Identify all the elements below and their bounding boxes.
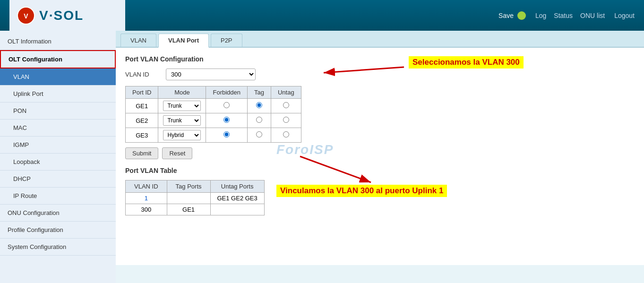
save-area: Save: [498, 11, 526, 20]
header-right: Save Log Status ONU list Logout: [498, 11, 635, 20]
forbidden-radio-ge2[interactable]: [223, 117, 230, 123]
mode-ge1[interactable]: Trunk Hybrid Access: [158, 99, 206, 113]
vlan-table-row: 300 GE1: [126, 204, 265, 215]
tag-ge1[interactable]: [248, 99, 271, 113]
forbidden-ge1[interactable]: [206, 99, 248, 113]
table-row: GE2 Trunk Hybrid Access: [126, 113, 301, 128]
sidebar: OLT Information OLT Configuration VLAN U…: [0, 31, 116, 283]
vlan-table-vlan-id-300: 300: [126, 204, 167, 215]
save-button[interactable]: Save: [498, 12, 514, 19]
tag-ge2[interactable]: [248, 113, 271, 128]
forbidden-radio-ge1[interactable]: [223, 102, 230, 108]
table-row: GE3 Trunk Hybrid Access: [126, 128, 301, 143]
untag-ge3[interactable]: [271, 128, 301, 143]
sidebar-item-onu-configuration[interactable]: ONU Configuration: [0, 205, 116, 222]
status-link[interactable]: Status: [554, 12, 573, 19]
sidebar-item-mac[interactable]: MAC: [0, 120, 116, 137]
vlan-table-untag-ports-1: GE1 GE2 GE3: [210, 193, 264, 204]
sidebar-item-uplink-port[interactable]: Uplink Port: [0, 86, 116, 103]
section-title-port-vlan-table: Port VLAN Table: [125, 167, 635, 174]
forbidden-ge2[interactable]: [206, 113, 248, 128]
content-body: Seleccionamos la VLAN 300 Port VLAN Conf…: [116, 48, 644, 265]
vlan-table-col-untag-ports: Untag Ports: [210, 180, 264, 193]
col-header-tag: Tag: [248, 86, 271, 99]
submit-button[interactable]: Submit: [125, 147, 158, 159]
vlan-table-tag-ports-300: GE1: [167, 204, 210, 215]
content: VLAN VLAN Port P2P Seleccionamos la VLAN…: [116, 31, 644, 283]
vlan-table-tag-ports-1: [167, 193, 210, 204]
sidebar-item-dhcp[interactable]: DHCP: [0, 171, 116, 188]
mode-ge3[interactable]: Trunk Hybrid Access: [158, 128, 206, 143]
vsol-logo-icon: V: [17, 6, 35, 25]
svg-text:V: V: [24, 12, 28, 20]
untag-ge2[interactable]: [271, 113, 301, 128]
vlan-table-untag-ports-300: [210, 204, 264, 215]
col-header-forbidden: Forbidden: [206, 86, 248, 99]
mode-ge2[interactable]: Trunk Hybrid Access: [158, 113, 206, 128]
vlan-id-select[interactable]: 300 1: [166, 69, 256, 80]
status-indicator: [517, 11, 526, 20]
tab-bar: VLAN VLAN Port P2P: [116, 31, 644, 48]
vlan-table: VLAN ID Tag Ports Untag Ports 1 GE1 GE2 …: [125, 180, 265, 215]
mode-select-ge1[interactable]: Trunk Hybrid Access: [163, 101, 201, 111]
button-row: Submit Reset: [125, 147, 635, 159]
tag-radio-ge2[interactable]: [256, 117, 262, 123]
table-row: GE1 Trunk Hybrid Access: [126, 99, 301, 113]
sidebar-item-olt-information[interactable]: OLT Information: [0, 33, 116, 50]
untag-ge1[interactable]: [271, 99, 301, 113]
port-id-ge1: GE1: [126, 99, 158, 113]
main-layout: OLT Information OLT Configuration VLAN U…: [0, 31, 644, 283]
port-id-ge2: GE2: [126, 113, 158, 128]
onu-list-link[interactable]: ONU list: [580, 12, 605, 19]
sidebar-item-ip-route[interactable]: IP Route: [0, 188, 116, 205]
reset-button[interactable]: Reset: [162, 147, 192, 159]
vlan-table-vlan-id-1: 1: [126, 193, 167, 204]
logo-area: V V·SOL: [9, 0, 125, 31]
tag-radio-ge1[interactable]: [256, 102, 262, 108]
port-vlan-table-section: Port VLAN Table VLAN ID Tag Ports Untag …: [125, 167, 635, 215]
vlan-id-label: VLAN ID: [125, 71, 158, 78]
vlan-table-col-tag-ports: Tag Ports: [167, 180, 210, 193]
col-header-untag: Untag: [271, 86, 301, 99]
header: V V·SOL Save Log Status ONU list Logout: [0, 0, 644, 31]
header-links: Log Status ONU list: [535, 12, 605, 19]
untag-radio-ge1[interactable]: [283, 102, 289, 108]
sidebar-item-pon[interactable]: PON: [0, 103, 116, 120]
section-title-port-vlan: Port VLAN Configuration: [125, 55, 635, 63]
forbidden-radio-ge3[interactable]: [223, 131, 230, 137]
col-header-mode: Mode: [158, 86, 206, 99]
tab-vlan-port[interactable]: VLAN Port: [158, 34, 209, 48]
sidebar-item-igmp[interactable]: IGMP: [0, 137, 116, 154]
forbidden-ge3[interactable]: [206, 128, 248, 143]
sidebar-item-profile-configuration[interactable]: Profile Configuration: [0, 222, 116, 239]
sidebar-item-loopback[interactable]: Loopback: [0, 154, 116, 171]
sidebar-item-system-configuration[interactable]: System Configuration: [0, 239, 116, 256]
col-header-port-id: Port ID: [126, 86, 158, 99]
tab-p2p[interactable]: P2P: [211, 34, 242, 47]
logout-button[interactable]: Logout: [614, 12, 635, 19]
mode-select-ge3[interactable]: Trunk Hybrid Access: [163, 130, 201, 140]
untag-radio-ge2[interactable]: [283, 117, 289, 123]
sidebar-item-vlan[interactable]: VLAN: [0, 69, 116, 86]
vlan-table-col-vlan-id: VLAN ID: [126, 180, 167, 193]
tag-ge3[interactable]: [248, 128, 271, 143]
log-link[interactable]: Log: [535, 12, 546, 19]
tag-radio-ge3[interactable]: [256, 131, 262, 137]
mode-select-ge2[interactable]: Trunk Hybrid Access: [163, 115, 201, 126]
port-config-table: Port ID Mode Forbidden Tag Untag GE1 Tru…: [125, 86, 301, 143]
vlan-id-row: VLAN ID 300 1: [125, 69, 635, 80]
tab-vlan[interactable]: VLAN: [120, 34, 156, 47]
vlan-table-row: 1 GE1 GE2 GE3: [126, 193, 265, 204]
logo-text: V·SOL: [39, 8, 84, 23]
sidebar-item-olt-configuration[interactable]: OLT Configuration: [0, 50, 116, 69]
port-id-ge3: GE3: [126, 128, 158, 143]
untag-radio-ge3[interactable]: [283, 131, 289, 137]
